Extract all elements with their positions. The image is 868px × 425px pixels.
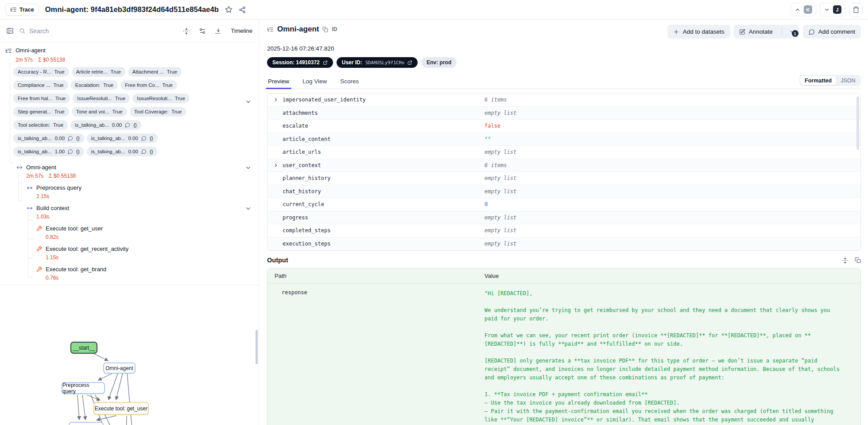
- output-table: Path Value response "Hi [REDACTED], We u…: [267, 268, 861, 425]
- annotation-count-badge: 1: [792, 30, 798, 37]
- tab-log-view[interactable]: Log View: [302, 75, 328, 89]
- collapse-chevron-icon[interactable]: [245, 164, 252, 171]
- score-badge[interactable]: Escalation: True: [71, 80, 118, 90]
- tree-span-row[interactable]: Preprocess query 2.15s: [0, 184, 259, 200]
- panel-left-icon[interactable]: [6, 27, 14, 35]
- collapse-chevron-icon[interactable]: [245, 98, 252, 105]
- delete-trace-button[interactable]: [849, 3, 863, 16]
- score-badge[interactable]: is_talking_ab... 0.00 {}: [87, 147, 158, 156]
- preview-row[interactable]: planner_history empty list: [267, 172, 860, 185]
- score-badge-value: True: [175, 96, 185, 101]
- preview-row[interactable]: escalate false: [267, 120, 860, 133]
- graph-node-omni-agent[interactable]: Omni-agent: [103, 363, 136, 374]
- chevron-down-icon: [824, 7, 830, 13]
- preview-row-value: false: [484, 123, 860, 129]
- score-badge[interactable]: Accuracy - R... True: [13, 67, 69, 77]
- output-response-row[interactable]: response "Hi [REDACTED], We understand y…: [267, 284, 860, 425]
- score-badge[interactable]: IssueResoluti... True: [73, 94, 130, 103]
- tree-span-row[interactable]: Build context 1.03s: [0, 205, 259, 220]
- tree-span-row[interactable]: Execute tool: get_recent_activity 1.15s: [0, 246, 259, 261]
- tree-span-row[interactable]: Omni-agent 2m 57s Σ $0.55138: [0, 164, 259, 179]
- graph-node-get-user[interactable]: Execute tool: get_user: [93, 402, 149, 415]
- preview-row[interactable]: impersonated_user_identity 6 items: [267, 94, 860, 107]
- add-to-datasets-button[interactable]: Add to datasets: [667, 25, 730, 39]
- score-badge[interactable]: Tool Coverage: True: [130, 107, 186, 117]
- score-badge-value: 1.00: [55, 149, 65, 154]
- score-badge[interactable]: Tone and voi... True: [72, 107, 127, 117]
- preview-row[interactable]: current_cycle 0: [267, 198, 860, 211]
- preview-row[interactable]: article_urls empty list: [267, 146, 860, 159]
- score-badge-suffix: {}: [76, 149, 80, 154]
- score-badge[interactable]: Article retrie... True: [72, 67, 125, 77]
- search-box[interactable]: [19, 27, 178, 35]
- annotate-button[interactable]: Annotate: [734, 25, 778, 39]
- span-label: Omni-agent: [26, 164, 76, 171]
- expand-chevron-icon[interactable]: [273, 97, 279, 102]
- score-badge[interactable]: is_talking_ab... 0.00 {}: [70, 120, 141, 130]
- preview-row[interactable]: chat_history empty list: [267, 185, 860, 199]
- format-toggle-json[interactable]: JSON: [836, 76, 860, 85]
- sidebar-scrollbar[interactable]: [256, 330, 258, 364]
- copy-icon[interactable]: [855, 257, 861, 263]
- graph-node-start[interactable]: __start__: [70, 342, 97, 354]
- preview-row-value: empty list: [484, 149, 860, 155]
- preview-row[interactable]: user_context 6 items: [267, 159, 860, 172]
- search-input[interactable]: [29, 27, 178, 35]
- settings-sliders-icon[interactable]: [199, 27, 206, 35]
- expand-chevron-icon[interactable]: [273, 163, 279, 168]
- score-badge-name: Free from hal...: [18, 96, 52, 101]
- preview-row[interactable]: article_content "": [267, 133, 860, 146]
- tab-scores[interactable]: Scores: [339, 75, 360, 89]
- score-badge[interactable]: IssueResoluti... True: [132, 94, 190, 103]
- format-toggle-formatted[interactable]: Formatted: [800, 76, 836, 85]
- tree-guide: [28, 258, 34, 258]
- score-badge[interactable]: is_talking_ab... 0.00 {}: [87, 133, 158, 143]
- tab-preview[interactable]: Preview: [267, 75, 290, 89]
- score-badge[interactable]: is_talking_ab... 1.00 {}: [13, 147, 84, 156]
- score-badge[interactable]: Attachment ... True: [128, 67, 182, 77]
- tree-guide: [18, 201, 23, 201]
- trace-label: Trace: [19, 7, 34, 13]
- score-badge[interactable]: Step generat... True: [13, 107, 69, 117]
- score-badge[interactable]: Tool selection: True: [13, 120, 68, 130]
- preview-scrollbar[interactable]: [856, 97, 859, 150]
- span-label: Execute tool: get_user: [46, 225, 103, 232]
- tree-root-row[interactable]: Omni-agent 2m 57s Σ $0.55138: [0, 47, 259, 63]
- nav-down-button[interactable]: J: [820, 3, 845, 16]
- score-badge-value: 0.00: [112, 122, 122, 128]
- score-badge-name: Escalation:: [75, 82, 100, 88]
- agent-graph: __start__ Omni-agent Preprocess query Ex…: [0, 305, 259, 425]
- session-badge[interactable]: Session: 14910372: [267, 57, 333, 68]
- fold-vertical-icon[interactable]: [842, 257, 849, 264]
- preview-row-key: impersonated_user_identity: [267, 97, 484, 103]
- fold-vertical-icon[interactable]: [183, 27, 190, 35]
- comment-bubble-icon: [141, 149, 147, 154]
- score-badge[interactable]: Free from hal... True: [13, 94, 70, 103]
- annotate-dropdown-button[interactable]: 1: [786, 29, 799, 35]
- id-label[interactable]: ID: [332, 26, 337, 32]
- score-badge[interactable]: is_talking_ab... 0.00 {}: [13, 133, 84, 143]
- copy-icon[interactable]: [322, 27, 328, 32]
- span-arrows-icon: [16, 164, 23, 171]
- score-badge[interactable]: Free from Co... True: [120, 80, 177, 90]
- preview-row[interactable]: progress empty list: [267, 211, 860, 225]
- timeline-toggle[interactable]: Timeline: [231, 27, 252, 34]
- tree-span-row[interactable]: Execute tool: get_user 0.82s: [0, 225, 259, 241]
- add-to-datasets-label: Add to datasets: [683, 28, 725, 35]
- star-icon[interactable]: [225, 6, 232, 13]
- collapse-chevron-icon[interactable]: [245, 205, 252, 212]
- nav-up-button[interactable]: K: [790, 3, 816, 16]
- preview-row[interactable]: execution_steps empty list: [267, 238, 860, 251]
- span-label: Execute tool: get_recent_activity: [46, 246, 128, 253]
- graph-node-build-context[interactable]: Build context: [69, 422, 104, 425]
- preview-row[interactable]: attachments empty list: [267, 107, 860, 120]
- add-comment-button[interactable]: Add comment: [803, 25, 861, 39]
- preview-row[interactable]: completed_steps empty list: [267, 224, 860, 238]
- download-icon[interactable]: [215, 27, 222, 35]
- graph-node-preprocess-query[interactable]: Preprocess query: [62, 382, 105, 394]
- user-id-badge[interactable]: User ID: SDAHUSLy9f1CHo: [337, 57, 418, 68]
- share-icon[interactable]: [239, 6, 246, 13]
- tree-span-row[interactable]: Execute tool: get_brand 0.76s: [0, 266, 259, 281]
- score-badge[interactable]: Compliance ... True: [13, 80, 68, 90]
- score-badge-name: is_talking_ab...: [75, 122, 109, 128]
